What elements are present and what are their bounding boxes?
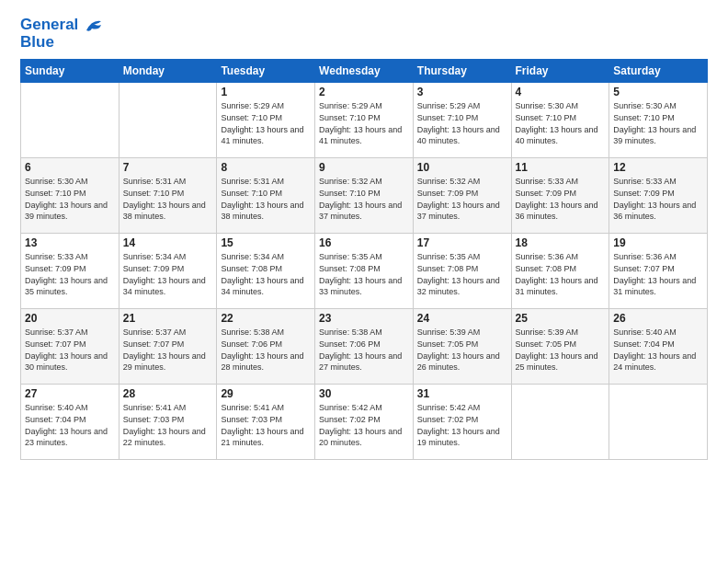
day-info: Sunrise: 5:39 AMSunset: 7:05 PMDaylight:…: [516, 327, 606, 373]
day-number: 6: [25, 161, 115, 174]
day-number: 10: [417, 161, 507, 174]
day-info: Sunrise: 5:33 AMSunset: 7:09 PMDaylight:…: [25, 251, 115, 297]
calendar-cell: 1Sunrise: 5:29 AMSunset: 7:10 PMDaylight…: [217, 83, 315, 158]
calendar-cell: [609, 385, 708, 460]
day-number: 30: [319, 387, 409, 400]
day-number: 31: [417, 387, 507, 400]
day-info: Sunrise: 5:32 AMSunset: 7:10 PMDaylight:…: [319, 176, 409, 222]
calendar-week-row: 6Sunrise: 5:30 AMSunset: 7:10 PMDaylight…: [21, 158, 708, 234]
day-info: Sunrise: 5:37 AMSunset: 7:07 PMDaylight:…: [25, 327, 115, 373]
day-info: Sunrise: 5:41 AMSunset: 7:03 PMDaylight:…: [123, 402, 213, 448]
day-info: Sunrise: 5:39 AMSunset: 7:05 PMDaylight:…: [417, 327, 507, 373]
weekday-header: Wednesday: [315, 60, 414, 83]
calendar-cell: 27Sunrise: 5:40 AMSunset: 7:04 PMDayligh…: [21, 385, 119, 460]
day-number: 28: [123, 387, 213, 400]
day-number: 22: [221, 312, 311, 325]
day-number: 12: [613, 161, 703, 174]
calendar-cell: 4Sunrise: 5:30 AMSunset: 7:10 PMDaylight…: [511, 83, 609, 158]
day-info: Sunrise: 5:30 AMSunset: 7:10 PMDaylight:…: [613, 100, 703, 146]
day-number: 1: [221, 86, 311, 98]
weekday-header: Friday: [511, 60, 609, 83]
day-number: 25: [516, 312, 606, 325]
day-info: Sunrise: 5:42 AMSunset: 7:02 PMDaylight:…: [319, 402, 409, 448]
calendar-cell: 16Sunrise: 5:35 AMSunset: 7:08 PMDayligh…: [315, 234, 414, 309]
day-info: Sunrise: 5:33 AMSunset: 7:09 PMDaylight:…: [613, 176, 703, 222]
day-info: Sunrise: 5:40 AMSunset: 7:04 PMDaylight:…: [613, 327, 703, 373]
calendar-cell: 17Sunrise: 5:35 AMSunset: 7:08 PMDayligh…: [413, 234, 511, 309]
calendar-cell: 22Sunrise: 5:38 AMSunset: 7:06 PMDayligh…: [217, 309, 315, 385]
calendar-cell: 2Sunrise: 5:29 AMSunset: 7:10 PMDaylight…: [315, 83, 414, 158]
day-number: 20: [25, 312, 115, 325]
header: General Blue: [20, 17, 708, 50]
day-number: 16: [319, 236, 409, 249]
day-info: Sunrise: 5:36 AMSunset: 7:08 PMDaylight:…: [516, 251, 606, 297]
day-info: Sunrise: 5:37 AMSunset: 7:07 PMDaylight:…: [123, 327, 213, 373]
day-info: Sunrise: 5:38 AMSunset: 7:06 PMDaylight:…: [221, 327, 311, 373]
day-info: Sunrise: 5:35 AMSunset: 7:08 PMDaylight:…: [319, 251, 409, 297]
day-info: Sunrise: 5:29 AMSunset: 7:10 PMDaylight:…: [417, 100, 507, 146]
calendar-week-row: 13Sunrise: 5:33 AMSunset: 7:09 PMDayligh…: [21, 234, 708, 309]
weekday-header: Monday: [119, 60, 217, 83]
day-number: 15: [221, 236, 311, 249]
calendar-cell: [511, 385, 609, 460]
day-number: 27: [25, 387, 115, 400]
calendar-cell: 9Sunrise: 5:32 AMSunset: 7:10 PMDaylight…: [315, 158, 414, 234]
day-number: 14: [123, 236, 213, 249]
day-number: 7: [123, 161, 213, 174]
calendar-cell: 19Sunrise: 5:36 AMSunset: 7:07 PMDayligh…: [609, 234, 708, 309]
day-number: 23: [319, 312, 409, 325]
calendar-cell: 11Sunrise: 5:33 AMSunset: 7:09 PMDayligh…: [511, 158, 609, 234]
day-number: 5: [613, 86, 703, 98]
calendar-cell: 29Sunrise: 5:41 AMSunset: 7:03 PMDayligh…: [217, 385, 315, 460]
calendar-cell: 18Sunrise: 5:36 AMSunset: 7:08 PMDayligh…: [511, 234, 609, 309]
day-info: Sunrise: 5:30 AMSunset: 7:10 PMDaylight:…: [516, 100, 606, 146]
day-number: 9: [319, 161, 409, 174]
day-number: 17: [417, 236, 507, 249]
calendar-cell: 21Sunrise: 5:37 AMSunset: 7:07 PMDayligh…: [119, 309, 217, 385]
calendar-cell: 31Sunrise: 5:42 AMSunset: 7:02 PMDayligh…: [413, 385, 511, 460]
day-info: Sunrise: 5:30 AMSunset: 7:10 PMDaylight:…: [25, 176, 115, 222]
day-number: 13: [25, 236, 115, 249]
calendar-cell: 23Sunrise: 5:38 AMSunset: 7:06 PMDayligh…: [315, 309, 414, 385]
calendar-cell: 8Sunrise: 5:31 AMSunset: 7:10 PMDaylight…: [217, 158, 315, 234]
calendar-cell: 15Sunrise: 5:34 AMSunset: 7:08 PMDayligh…: [217, 234, 315, 309]
calendar-cell: 7Sunrise: 5:31 AMSunset: 7:10 PMDaylight…: [119, 158, 217, 234]
day-info: Sunrise: 5:40 AMSunset: 7:04 PMDaylight:…: [25, 402, 115, 448]
day-info: Sunrise: 5:34 AMSunset: 7:08 PMDaylight:…: [221, 251, 311, 297]
weekday-header: Tuesday: [217, 60, 315, 83]
weekday-header: Sunday: [21, 60, 119, 83]
logo-bird-icon: [85, 17, 105, 34]
day-info: Sunrise: 5:32 AMSunset: 7:09 PMDaylight:…: [417, 176, 507, 222]
calendar-header-row: SundayMondayTuesdayWednesdayThursdayFrid…: [21, 60, 708, 83]
calendar-cell: 28Sunrise: 5:41 AMSunset: 7:03 PMDayligh…: [119, 385, 217, 460]
calendar-cell: 10Sunrise: 5:32 AMSunset: 7:09 PMDayligh…: [413, 158, 511, 234]
day-info: Sunrise: 5:31 AMSunset: 7:10 PMDaylight:…: [123, 176, 213, 222]
logo-blue: Blue: [20, 34, 105, 51]
weekday-header: Saturday: [609, 60, 708, 83]
day-number: 29: [221, 387, 311, 400]
calendar-cell: 13Sunrise: 5:33 AMSunset: 7:09 PMDayligh…: [21, 234, 119, 309]
day-info: Sunrise: 5:35 AMSunset: 7:08 PMDaylight:…: [417, 251, 507, 297]
day-number: 19: [613, 236, 703, 249]
day-info: Sunrise: 5:29 AMSunset: 7:10 PMDaylight:…: [319, 100, 409, 146]
calendar-week-row: 27Sunrise: 5:40 AMSunset: 7:04 PMDayligh…: [21, 385, 708, 460]
calendar-cell: 25Sunrise: 5:39 AMSunset: 7:05 PMDayligh…: [511, 309, 609, 385]
day-info: Sunrise: 5:36 AMSunset: 7:07 PMDaylight:…: [613, 251, 703, 297]
calendar-week-row: 20Sunrise: 5:37 AMSunset: 7:07 PMDayligh…: [21, 309, 708, 385]
day-info: Sunrise: 5:41 AMSunset: 7:03 PMDaylight:…: [221, 402, 311, 448]
calendar-cell: 30Sunrise: 5:42 AMSunset: 7:02 PMDayligh…: [315, 385, 414, 460]
day-info: Sunrise: 5:38 AMSunset: 7:06 PMDaylight:…: [319, 327, 409, 373]
day-number: 18: [516, 236, 606, 249]
calendar-cell: 26Sunrise: 5:40 AMSunset: 7:04 PMDayligh…: [609, 309, 708, 385]
day-number: 8: [221, 161, 311, 174]
day-number: 3: [417, 86, 507, 98]
day-info: Sunrise: 5:29 AMSunset: 7:10 PMDaylight:…: [221, 100, 311, 146]
day-info: Sunrise: 5:33 AMSunset: 7:09 PMDaylight:…: [516, 176, 606, 222]
day-info: Sunrise: 5:31 AMSunset: 7:10 PMDaylight:…: [221, 176, 311, 222]
calendar-cell: 6Sunrise: 5:30 AMSunset: 7:10 PMDaylight…: [21, 158, 119, 234]
day-number: 24: [417, 312, 507, 325]
calendar-cell: [119, 83, 217, 158]
page: General Blue SundayMondayTuesdayWednesda…: [0, 0, 728, 563]
calendar-cell: [21, 83, 119, 158]
calendar-cell: 20Sunrise: 5:37 AMSunset: 7:07 PMDayligh…: [21, 309, 119, 385]
